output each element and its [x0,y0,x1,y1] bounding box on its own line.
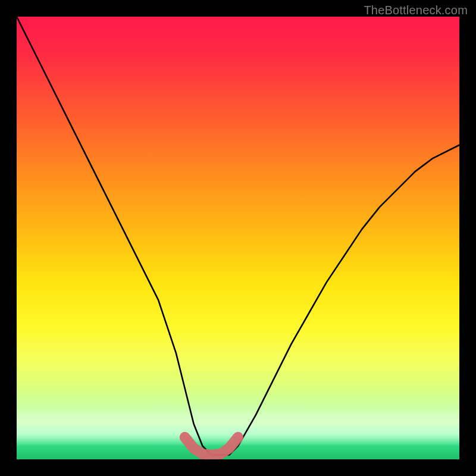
curve-layer [17,17,459,459]
chart-stage: TheBottleneck.com [0,0,476,476]
bottleneck-curve [17,17,459,455]
plot-area [17,17,459,459]
watermark-text: TheBottleneck.com [364,4,468,17]
optimal-zone-highlight [185,437,238,455]
